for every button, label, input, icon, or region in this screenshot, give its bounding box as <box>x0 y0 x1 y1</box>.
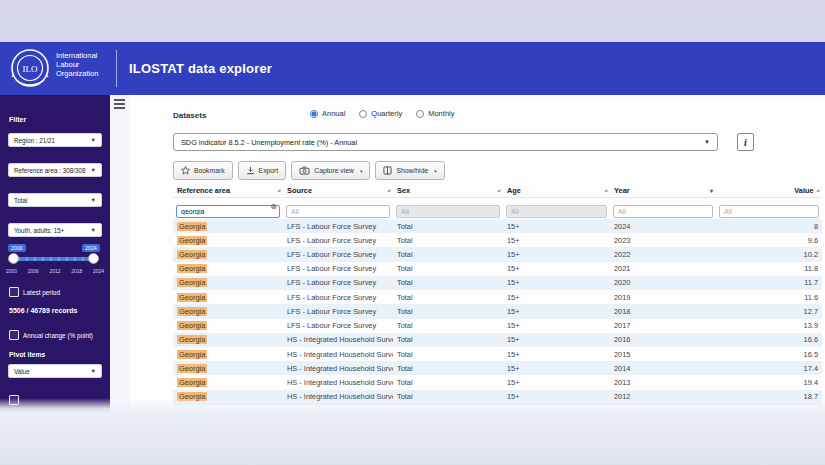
cell-age: 15+ <box>503 293 610 302</box>
cell-age: 15+ <box>503 364 610 373</box>
dataset-select[interactable]: SDG indicator 8.5.2 - Unemployment rate … <box>173 133 718 151</box>
info-button[interactable]: i <box>737 133 754 151</box>
org-name-line2: Labour <box>56 60 99 69</box>
data-table: Reference area ▴▾ Source ▴▾ Sex ▴▾ Age ▴… <box>173 183 822 405</box>
cell-year: 2012 <box>610 392 716 401</box>
partial-checkbox[interactable] <box>9 395 19 405</box>
cell-reference-area: Georgia <box>173 278 283 287</box>
source-filter-input[interactable] <box>286 205 390 218</box>
value-filter-input[interactable] <box>719 205 819 218</box>
cell-reference-area: Georgia <box>173 293 283 302</box>
export-button[interactable]: Export <box>238 161 287 180</box>
table-row[interactable]: GeorgiaLFS - Labour Force SurveyTotal15+… <box>173 262 822 276</box>
show-hide-button[interactable]: Show/hide ▾ <box>375 161 444 180</box>
age-dropdown-label: Youth, adults: 15+ <box>14 227 64 234</box>
menu-icon[interactable] <box>114 99 128 111</box>
reference-area-filter-input[interactable] <box>176 205 280 218</box>
table-row[interactable]: GeorgiaHS - Integrated Household SurveyT… <box>173 390 822 404</box>
column-header-source[interactable]: Source ▴▾ <box>283 186 393 195</box>
cell-age: 15+ <box>503 392 610 401</box>
chevron-down-icon: ▼ <box>91 167 96 173</box>
table-row[interactable]: GeorgiaLFS - Labour Force SurveyTotal15+… <box>173 276 822 290</box>
bookmark-button[interactable]: Bookmark <box>173 161 233 180</box>
table-row[interactable]: GeorgiaHS - Integrated Household SurveyT… <box>173 333 822 347</box>
table-row[interactable]: GeorgiaHS - Integrated Household SurveyT… <box>173 347 822 361</box>
tick-label: 2024 <box>93 268 104 274</box>
checkbox-icon <box>9 330 19 340</box>
sort-icon[interactable]: ▴▾ <box>605 188 607 193</box>
sort-icon[interactable]: ▴▾ <box>388 188 390 193</box>
search-highlight: Georgia <box>177 321 207 330</box>
capture-view-button[interactable]: Capture view ▾ <box>291 161 370 180</box>
cell-sex: Total <box>393 278 503 287</box>
search-highlight: Georgia <box>177 236 207 245</box>
column-header-age[interactable]: Age ▴▾ <box>503 186 610 195</box>
table-row[interactable]: GeorgiaLFS - Labour Force SurveyTotal15+… <box>173 290 822 304</box>
cell-source: LFS - Labour Force Survey <box>283 250 393 259</box>
cell-value: 12.7 <box>716 307 822 316</box>
cell-reference-area: Georgia <box>173 335 283 344</box>
latest-period-checkbox[interactable]: Latest period <box>9 287 60 297</box>
pivot-items-dropdown[interactable]: Value ▼ <box>8 364 102 378</box>
column-header-sex[interactable]: Sex ▴▾ <box>393 186 503 195</box>
cell-sex: Total <box>393 222 503 231</box>
cell-sex: Total <box>393 307 503 316</box>
sex-dropdown[interactable]: Total ▼ <box>8 193 102 207</box>
year-filter-input[interactable] <box>613 205 713 218</box>
sort-icon[interactable]: ▴▾ <box>817 188 819 193</box>
cell-year: 2020 <box>610 278 716 287</box>
cell-reference-area: Georgia <box>173 364 283 373</box>
cell-year: 2015 <box>610 350 716 359</box>
year-slider-track[interactable] <box>12 257 96 261</box>
table-row[interactable]: GeorgiaHS - Integrated Household SurveyT… <box>173 375 822 389</box>
column-header-year[interactable]: Year ▾ <box>610 186 716 195</box>
age-dropdown[interactable]: Youth, adults: 15+ ▼ <box>8 223 102 237</box>
sort-icon[interactable]: ▴▾ <box>278 188 280 193</box>
cell-age: 15+ <box>503 378 610 387</box>
cell-value: 16.6 <box>716 335 822 344</box>
radio-monthly-label: Monthly <box>428 109 454 118</box>
cell-value: 19.4 <box>716 378 822 387</box>
clear-icon[interactable]: ⊗ <box>270 202 277 211</box>
sort-descending-icon[interactable]: ▾ <box>710 187 713 194</box>
app-frame: ILO International Labour Organization IL… <box>0 0 825 465</box>
show-hide-button-label: Show/hide <box>396 167 428 174</box>
radio-quarterly[interactable]: Quarterly <box>359 109 402 118</box>
table-row[interactable]: GeorgiaLFS - Labour Force SurveyTotal15+… <box>173 319 822 333</box>
year-slider-ticks: 2000 2006 2012 2018 2024 <box>6 268 104 274</box>
cell-age: 15+ <box>503 236 610 245</box>
cell-reference-area: Georgia <box>173 307 283 316</box>
reference-area-dropdown[interactable]: Reference area : 308/308 ▼ <box>8 163 102 177</box>
column-header-reference-area[interactable]: Reference area ▴▾ <box>173 186 283 195</box>
annual-change-checkbox[interactable]: Annual change (% point) <box>9 330 93 340</box>
cell-value: 8 <box>716 222 822 231</box>
slider-max-badge: 2024 <box>82 244 100 252</box>
table-row[interactable]: GeorgiaHS - Integrated Household SurveyT… <box>173 361 822 375</box>
region-dropdown-label: Region : 21/21 <box>14 137 55 144</box>
year-slider-handle-max[interactable] <box>88 253 99 264</box>
age-filter-input[interactable] <box>506 205 607 218</box>
sex-filter-input[interactable] <box>396 205 500 218</box>
checkbox-icon <box>9 395 19 405</box>
radio-annual[interactable]: Annual <box>310 109 345 118</box>
table-header-row: Reference area ▴▾ Source ▴▾ Sex ▴▾ Age ▴… <box>173 183 822 198</box>
cell-reference-area: Georgia <box>173 264 283 273</box>
bookmark-button-label: Bookmark <box>194 167 225 174</box>
cell-value: 13.9 <box>716 321 822 330</box>
cell-reference-area: Georgia <box>173 321 283 330</box>
table-row[interactable]: GeorgiaLFS - Labour Force SurveyTotal15+… <box>173 233 822 247</box>
table-body: GeorgiaLFS - Labour Force SurveyTotal15+… <box>173 219 822 405</box>
tick-label: 2012 <box>49 268 60 274</box>
table-row[interactable]: GeorgiaLFS - Labour Force SurveyTotal15+… <box>173 247 822 261</box>
radio-monthly[interactable]: Monthly <box>416 109 454 118</box>
cell-sex: Total <box>393 350 503 359</box>
filter-heading: Filter <box>9 116 26 123</box>
cell-year: 2018 <box>610 307 716 316</box>
table-row[interactable]: GeorgiaLFS - Labour Force SurveyTotal15+… <box>173 304 822 318</box>
sort-icon[interactable]: ▴▾ <box>498 188 500 193</box>
column-header-value[interactable]: Value ▴▾ <box>716 186 822 195</box>
chevron-down-icon: ▾ <box>360 168 363 174</box>
region-dropdown[interactable]: Region : 21/21 ▼ <box>8 133 102 147</box>
table-row[interactable]: GeorgiaLFS - Labour Force SurveyTotal15+… <box>173 219 822 233</box>
year-slider-handle-min[interactable] <box>8 253 19 264</box>
